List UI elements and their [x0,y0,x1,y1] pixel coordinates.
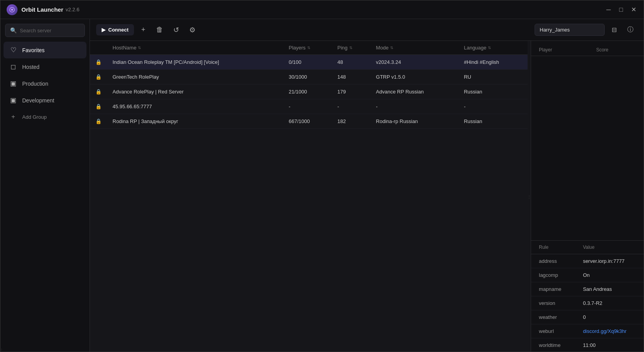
rules-table-body: addressserver.iorp.in:7777lagcompOnmapna… [531,254,644,352]
mode-cell: GTRP v1.5.0 [371,70,459,84]
plus-icon: + [9,113,18,121]
cube-icon: ◻ [9,63,18,71]
rule-value: server.iorp.in:7777 [575,254,644,268]
th-mode[interactable]: Mode ⇅ [371,41,459,55]
sidebar-item-favorites-label: Favorites [22,47,45,53]
search-input[interactable] [20,28,80,33]
filter-button[interactable]: ⊟ [607,23,621,37]
filter-icon: ⊟ [612,26,617,33]
sidebar-nav: ♡ Favorites ◻ Hosted ▣ Production ▣ Deve… [0,40,90,348]
settings-button[interactable]: ⚙ [185,23,199,37]
main-layout: 🔍 ♡ Favorites ◻ Hosted ▣ Production ▣ De… [0,19,644,352]
players-cell: 30/1000 [283,70,332,84]
sidebar-item-hosted-label: Hosted [22,64,39,70]
add-group-button[interactable]: + Add Group [4,109,86,125]
table-row[interactable]: 🔒GreenTech RolePlay30/1000148GTRP v1.5.0… [90,70,528,84]
maximize-button[interactable]: □ [617,6,625,14]
minimize-button[interactable]: ─ [605,6,612,14]
th-language[interactable]: Language ⇅ [458,41,528,55]
th-lock [90,41,107,55]
rules-row: version0.3.7-R2 [531,296,644,310]
app-title: Orbit Launcher [21,6,63,13]
th-players[interactable]: Players ⇅ [283,41,332,55]
username-input[interactable] [535,24,605,36]
info-button[interactable]: ⓘ [623,23,637,37]
th-hostname[interactable]: HostName ⇅ [107,41,283,55]
players-cell: - [283,99,332,114]
language-cell: Russian [458,84,528,99]
player-header-row: Player Score [531,44,644,56]
dev-icon: ▣ [9,96,18,104]
panel-resize-handle[interactable]: ⋮ [528,41,531,352]
close-button[interactable]: ✕ [630,6,637,14]
rule-key: weburl [531,324,575,338]
hostname-cell: Rodina RP | Западный округ [107,114,283,129]
sidebar-item-development-label: Development [22,97,55,104]
rule-key: mapname [531,282,575,296]
rule-value: On [575,268,644,282]
table-row[interactable]: 🔒45.95.66.65:7777---- [90,99,528,114]
rules-row: weather0 [531,310,644,324]
mode-cell: Advance RP Russian [371,84,459,99]
language-cell: #Hindi #English [458,55,528,70]
delete-button[interactable]: 🗑 [153,23,167,37]
connect-button[interactable]: ▶ Connect [96,24,134,35]
lock-cell: 🔒 [90,114,107,129]
rule-value[interactable]: discord.gg/Xq9k3hr [575,324,644,338]
mode-cell: v2024.3.24 [371,55,459,70]
mode-cell: Rodina-rp Russian [371,114,459,129]
th-ping[interactable]: Ping ⇅ [332,41,371,55]
heart-icon: ♡ [9,46,18,54]
right-panel: Player Score Rule Value [531,41,644,352]
rule-key: worldtime [531,338,575,352]
archive-icon: ▣ [9,79,18,88]
table-header-row: HostName ⇅ Players ⇅ [90,41,528,55]
table-row[interactable]: 🔒Indian Ocean Roleplay TM [PC/Android] [… [90,55,528,70]
lock-icon: 🔒 [95,89,102,95]
add-group-label: Add Group [22,114,47,120]
rule-key: address [531,254,575,268]
sidebar-item-hosted[interactable]: ◻ Hosted [4,58,86,75]
language-cell: RU [458,70,528,84]
ping-sort-icon: ⇅ [349,46,352,50]
rules-row: addressserver.iorp.in:7777 [531,254,644,268]
server-table: HostName ⇅ Players ⇅ [90,41,528,129]
rule-key: lagcomp [531,268,575,282]
players-cell: 667/1000 [283,114,332,129]
language-sort-icon: ⇅ [488,46,491,50]
sidebar-item-production-label: Production [22,81,48,87]
lock-cell: 🔒 [90,99,107,114]
table-panel: HostName ⇅ Players ⇅ [90,41,644,352]
rules-row: worldtime11:00 [531,338,644,352]
lock-icon: 🔒 [95,59,102,65]
sidebar-item-development[interactable]: ▣ Development [4,92,86,109]
rules-header-row: Rule Value [531,241,644,254]
sidebar-item-favorites[interactable]: ♡ Favorites [4,42,86,58]
players-cell: 0/100 [283,55,332,70]
players-sort-icon: ⇅ [307,46,310,50]
language-cell: - [458,99,528,114]
players-cell: 21/1000 [283,84,332,99]
connect-label: Connect [108,27,128,33]
rule-link[interactable]: discord.gg/Xq9k3hr [583,328,626,334]
table-row[interactable]: 🔒Rodina RP | Западный округ667/1000182Ro… [90,114,528,129]
rules-row: weburldiscord.gg/Xq9k3hr [531,324,644,338]
player-table: Player Score [531,44,644,56]
table-row[interactable]: 🔒Advance RolePlay | Red Server21/1000179… [90,84,528,99]
hostname-cell: 45.95.66.65:7777 [107,99,283,114]
play-icon: ▶ [102,27,106,33]
rule-value: 0 [575,310,644,324]
sidebar: 🔍 ♡ Favorites ◻ Hosted ▣ Production ▣ De… [0,19,90,352]
refresh-button[interactable]: ↺ [169,23,183,37]
rules-panel: Rule Value addressserver.iorp.in:7777lag… [531,241,644,352]
content-area: ▶ Connect + 🗑 ↺ ⚙ ⊟ ⓘ [90,19,644,352]
server-table-body: 🔒Indian Ocean Roleplay TM [PC/Android] [… [90,55,528,129]
search-box[interactable]: 🔍 [5,24,85,37]
svg-point-1 [11,9,13,11]
sidebar-item-production[interactable]: ▣ Production [4,75,86,92]
player-panel: Player Score [531,41,644,241]
window-controls: ─ □ ✕ [605,6,637,14]
add-server-button[interactable]: + [136,23,150,37]
sidebar-resize-handle[interactable]: ⋮ [0,348,3,352]
rule-key: weather [531,310,575,324]
